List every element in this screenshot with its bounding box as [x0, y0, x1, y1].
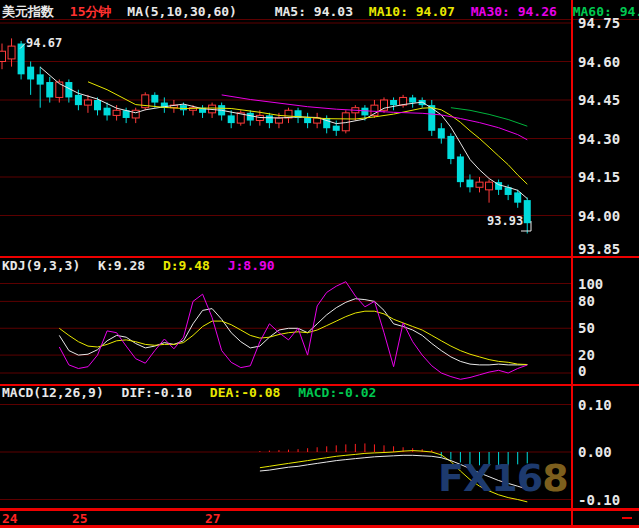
- main-axis-label: 94.60: [578, 54, 620, 70]
- date-label[interactable]: 27: [205, 511, 221, 526]
- candle-body-down: [151, 95, 158, 103]
- candle-body-down: [438, 128, 445, 138]
- kdj-d-value: D:9.48: [163, 258, 210, 273]
- y-axis-line: [571, 0, 573, 528]
- candle-body-up: [476, 182, 483, 187]
- candle-body-down: [94, 100, 101, 110]
- kdj-axis-label: 80: [578, 293, 595, 309]
- candle-body-down: [428, 105, 435, 131]
- macd-axis-label: 0.10: [578, 397, 612, 413]
- kdj-axis-label: 20: [578, 347, 595, 363]
- candle-body-up: [0, 51, 6, 61]
- header-divider: [0, 19, 639, 20]
- candle-body-up: [84, 100, 91, 105]
- main-axis-label: 94.15: [578, 169, 620, 185]
- macd-axis-label: 0.00: [578, 444, 612, 460]
- candle-body-down: [524, 200, 531, 223]
- candle-body-down: [104, 108, 111, 116]
- candle-body-down: [333, 126, 340, 131]
- ma5-line: [40, 67, 527, 199]
- kdj-axis-label: 50: [578, 320, 595, 336]
- candle-body-down: [75, 95, 82, 105]
- main-axis-label: 94.45: [578, 92, 620, 108]
- candle-body-down: [514, 192, 521, 202]
- main-axis-label: 94.30: [578, 131, 620, 147]
- macd-header: MACD(12,26,9) DIF:-0.10 DEA:-0.08 MACD:-…: [2, 385, 386, 400]
- candle-body-down: [457, 156, 464, 182]
- candle-body-up: [113, 110, 120, 115]
- watermark-text-gold: 8: [542, 456, 567, 500]
- candle-body-down: [247, 113, 254, 121]
- chart-app-window: 美元指数 15分钟 MA(5,10,30,60) MA5: 94.03 MA10…: [0, 0, 639, 528]
- candle-body-up: [275, 118, 282, 123]
- high-price-label: 94.67: [26, 36, 62, 50]
- candle-body-up: [132, 110, 139, 118]
- kdj-j-line: [59, 282, 527, 380]
- kdj-j-value: J:8.90: [228, 258, 275, 273]
- macd-macd-value: MACD:-0.02: [298, 385, 376, 400]
- candle-body-down: [361, 108, 368, 116]
- candle-body-down: [409, 97, 416, 102]
- watermark-text-blue: FX16: [438, 456, 542, 500]
- kdj-d-line: [59, 311, 527, 364]
- kdj-axis-label: 0: [578, 363, 586, 379]
- candle-body-down: [304, 118, 311, 123]
- candle-body-down: [27, 67, 34, 80]
- candle-body-down: [466, 180, 473, 188]
- candle-body-down: [266, 115, 273, 123]
- fx168-watermark: FX168: [438, 456, 568, 500]
- macd-name[interactable]: MACD(12,26,9): [2, 385, 104, 400]
- macd-axis-label: -0.10: [578, 492, 620, 508]
- macd-dif-value: DIF:-0.10: [122, 385, 192, 400]
- main-axis-label: 93.85: [578, 241, 620, 257]
- candle-body-up: [8, 46, 15, 59]
- candle-body-up: [486, 182, 493, 190]
- candle-body-down: [46, 82, 53, 97]
- low-price-label: 93.93: [487, 214, 523, 228]
- candle-body-down: [228, 115, 235, 123]
- separator-macd-dates: [0, 508, 639, 511]
- kdj-header: KDJ(9,3,3) K:9.28 D:9.48 J:8.90: [2, 258, 285, 273]
- kdj-k-value: K:9.28: [98, 258, 145, 273]
- date-label[interactable]: 24: [2, 511, 18, 526]
- kdj-name[interactable]: KDJ(9,3,3): [2, 258, 80, 273]
- candle-body-down: [447, 136, 454, 159]
- main-axis-label: 94.75: [578, 15, 620, 31]
- date-label[interactable]: 25: [72, 511, 88, 526]
- scroll-indicator: [622, 517, 632, 519]
- kdj-axis-label: 100: [578, 276, 603, 292]
- main-axis-label: 94.00: [578, 208, 620, 224]
- candle-body-down: [180, 105, 187, 110]
- candle-body-down: [37, 74, 44, 84]
- macd-dea-value: DEA:-0.08: [210, 385, 280, 400]
- candle-body-down: [390, 100, 397, 105]
